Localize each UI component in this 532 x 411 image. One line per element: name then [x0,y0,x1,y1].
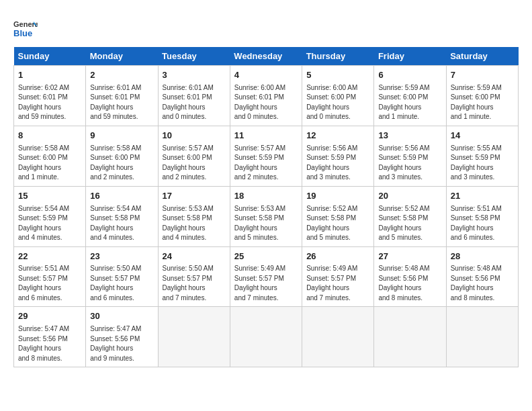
calendar-header-friday: Friday [374,47,446,66]
day-info: Sunrise: 6:02 AMSunset: 6:01 PMDaylight … [18,84,69,121]
day-info: Sunrise: 5:59 AMSunset: 6:00 PMDaylight … [451,84,502,121]
calendar-cell: 29Sunrise: 5:47 AMSunset: 5:56 PMDayligh… [14,307,86,367]
day-number: 28 [451,250,514,263]
calendar-cell: 8Sunrise: 5:58 AMSunset: 6:00 PMDaylight… [14,126,86,186]
calendar-cell: 12Sunrise: 5:56 AMSunset: 5:59 PMDayligh… [302,126,374,186]
logo: General Blue [13,17,42,44]
day-number: 5 [306,69,369,82]
calendar-week-row: 22Sunrise: 5:51 AMSunset: 5:57 PMDayligh… [14,246,519,307]
day-info: Sunrise: 5:59 AMSunset: 6:00 PMDaylight … [378,84,429,121]
calendar-cell: 24Sunrise: 5:50 AMSunset: 5:57 PMDayligh… [158,246,230,307]
calendar-cell: 19Sunrise: 5:52 AMSunset: 5:58 PMDayligh… [302,186,374,246]
day-number: 8 [18,130,81,142]
calendar-cell: 27Sunrise: 5:48 AMSunset: 5:56 PMDayligh… [374,246,446,307]
day-number: 13 [378,130,441,142]
calendar-cell: 7Sunrise: 5:59 AMSunset: 6:00 PMDaylight… [446,66,518,126]
day-number: 2 [90,69,153,82]
calendar-cell: 22Sunrise: 5:51 AMSunset: 5:57 PMDayligh… [14,246,86,307]
calendar-cell: 28Sunrise: 5:48 AMSunset: 5:56 PMDayligh… [446,246,518,307]
calendar-cell: 3Sunrise: 6:01 AMSunset: 6:01 PMDaylight… [158,66,230,126]
calendar-cell [158,307,230,367]
calendar-cell: 25Sunrise: 5:49 AMSunset: 5:57 PMDayligh… [230,246,302,307]
page-header: General Blue [13,13,519,44]
day-number: 4 [234,69,298,82]
calendar-cell: 5Sunrise: 6:00 AMSunset: 6:00 PMDaylight… [302,66,374,126]
calendar-cell: 15Sunrise: 5:54 AMSunset: 5:59 PMDayligh… [14,186,86,246]
day-number: 16 [90,190,153,203]
day-number: 27 [378,250,441,263]
day-number: 3 [163,69,226,82]
calendar-cell: 10Sunrise: 5:57 AMSunset: 6:00 PMDayligh… [158,126,230,186]
calendar-cell: 17Sunrise: 5:53 AMSunset: 5:58 PMDayligh… [158,186,230,246]
day-info: Sunrise: 5:47 AMSunset: 5:56 PMDaylight … [90,325,141,362]
day-info: Sunrise: 5:53 AMSunset: 5:58 PMDaylight … [234,205,285,242]
calendar-header-row: SundayMondayTuesdayWednesdayThursdayFrid… [14,47,519,66]
calendar-header-tuesday: Tuesday [158,47,230,66]
calendar-week-row: 15Sunrise: 5:54 AMSunset: 5:59 PMDayligh… [14,186,519,246]
day-info: Sunrise: 5:58 AMSunset: 6:00 PMDaylight … [18,144,69,181]
calendar-header-saturday: Saturday [446,47,518,66]
day-info: Sunrise: 5:47 AMSunset: 5:56 PMDaylight … [18,325,69,362]
day-info: Sunrise: 5:51 AMSunset: 5:58 PMDaylight … [451,205,502,242]
day-number: 20 [378,190,441,203]
day-number: 19 [306,190,369,203]
day-number: 24 [163,250,226,263]
calendar-header-wednesday: Wednesday [230,47,302,66]
day-info: Sunrise: 5:52 AMSunset: 5:58 PMDaylight … [306,205,357,242]
calendar-week-row: 29Sunrise: 5:47 AMSunset: 5:56 PMDayligh… [14,307,519,367]
day-number: 15 [18,190,81,203]
day-info: Sunrise: 5:52 AMSunset: 5:58 PMDaylight … [378,205,429,242]
calendar-cell [374,307,446,367]
day-info: Sunrise: 6:00 AMSunset: 6:01 PMDaylight … [234,84,285,121]
day-info: Sunrise: 5:50 AMSunset: 5:57 PMDaylight … [90,265,141,302]
day-number: 1 [18,69,81,82]
day-info: Sunrise: 5:55 AMSunset: 5:59 PMDaylight … [451,144,502,181]
day-number: 21 [451,190,514,203]
day-info: Sunrise: 5:54 AMSunset: 5:59 PMDaylight … [18,205,69,242]
day-number: 7 [451,69,514,82]
day-info: Sunrise: 5:50 AMSunset: 5:57 PMDaylight … [163,265,214,302]
calendar-cell: 6Sunrise: 5:59 AMSunset: 6:00 PMDaylight… [374,66,446,126]
calendar-cell [230,307,302,367]
day-number: 22 [18,250,81,263]
calendar-cell: 11Sunrise: 5:57 AMSunset: 5:59 PMDayligh… [230,126,302,186]
day-info: Sunrise: 6:01 AMSunset: 6:01 PMDaylight … [163,84,214,121]
day-number: 25 [234,250,298,263]
calendar-cell: 20Sunrise: 5:52 AMSunset: 5:58 PMDayligh… [374,186,446,246]
day-info: Sunrise: 5:57 AMSunset: 5:59 PMDaylight … [234,144,285,181]
day-info: Sunrise: 5:49 AMSunset: 5:57 PMDaylight … [306,265,357,302]
calendar-header-thursday: Thursday [302,47,374,66]
calendar-week-row: 8Sunrise: 5:58 AMSunset: 6:00 PMDaylight… [14,126,519,186]
day-number: 17 [163,190,226,203]
calendar-cell [302,307,374,367]
day-info: Sunrise: 5:48 AMSunset: 5:56 PMDaylight … [451,265,502,302]
calendar-cell: 26Sunrise: 5:49 AMSunset: 5:57 PMDayligh… [302,246,374,307]
day-number: 9 [90,130,153,142]
day-info: Sunrise: 5:57 AMSunset: 6:00 PMDaylight … [163,144,214,181]
day-number: 18 [234,190,298,203]
day-info: Sunrise: 5:49 AMSunset: 5:57 PMDaylight … [234,265,285,302]
day-info: Sunrise: 5:56 AMSunset: 5:59 PMDaylight … [306,144,357,181]
day-number: 11 [234,130,298,142]
calendar-cell: 2Sunrise: 6:01 AMSunset: 6:01 PMDaylight… [86,66,158,126]
calendar-week-row: 1Sunrise: 6:02 AMSunset: 6:01 PMDaylight… [14,66,519,126]
calendar-table: SundayMondayTuesdayWednesdayThursdayFrid… [13,47,519,367]
calendar-cell [446,307,518,367]
day-info: Sunrise: 5:58 AMSunset: 6:00 PMDaylight … [90,144,141,181]
calendar-cell: 13Sunrise: 5:56 AMSunset: 5:59 PMDayligh… [374,126,446,186]
calendar-cell: 14Sunrise: 5:55 AMSunset: 5:59 PMDayligh… [446,126,518,186]
calendar-cell: 1Sunrise: 6:02 AMSunset: 6:01 PMDaylight… [14,66,86,126]
day-number: 14 [451,130,514,142]
calendar-cell: 4Sunrise: 6:00 AMSunset: 6:01 PMDaylight… [230,66,302,126]
day-info: Sunrise: 5:56 AMSunset: 5:59 PMDaylight … [378,144,429,181]
calendar-cell: 23Sunrise: 5:50 AMSunset: 5:57 PMDayligh… [86,246,158,307]
day-info: Sunrise: 6:00 AMSunset: 6:00 PMDaylight … [306,84,357,121]
day-number: 10 [163,130,226,142]
day-number: 23 [90,250,153,263]
svg-text:Blue: Blue [13,28,32,38]
day-info: Sunrise: 5:51 AMSunset: 5:57 PMDaylight … [18,265,69,302]
day-info: Sunrise: 6:01 AMSunset: 6:01 PMDaylight … [90,84,141,121]
calendar-cell: 18Sunrise: 5:53 AMSunset: 5:58 PMDayligh… [230,186,302,246]
calendar-cell: 9Sunrise: 5:58 AMSunset: 6:00 PMDaylight… [86,126,158,186]
day-info: Sunrise: 5:53 AMSunset: 5:58 PMDaylight … [163,205,214,242]
